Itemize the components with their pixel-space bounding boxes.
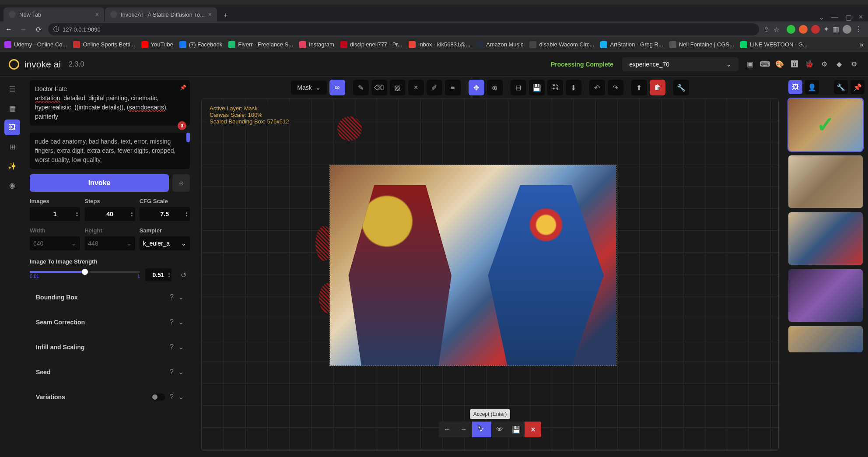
height-select[interactable]: 448⌄	[84, 236, 135, 250]
bookmark[interactable]: LINE WEBTOON - G...	[740, 41, 808, 48]
chevron-down-icon[interactable]: ⌄	[819, 13, 824, 21]
help-icon[interactable]: ?	[170, 393, 174, 401]
sidepanel-icon[interactable]: ▥	[833, 25, 839, 34]
help-icon[interactable]: ?	[170, 343, 174, 351]
gallery-thumbnail[interactable]	[788, 212, 863, 265]
back-button[interactable]: ←	[4, 24, 14, 35]
width-select[interactable]: 640⌄	[30, 236, 80, 250]
steps-input[interactable]	[84, 207, 135, 221]
scrollbar[interactable]	[186, 133, 190, 142]
model-selector[interactable]: experience_70 ⌄	[622, 57, 738, 71]
browser-tab[interactable]: InvokeAI - A Stable Diffusion To... ×	[105, 7, 217, 21]
gallery-settings-button[interactable]: 🔧	[834, 80, 848, 94]
share-icon[interactable]: ⇪	[763, 25, 769, 34]
upload-button[interactable]: ⬆	[631, 80, 647, 95]
gallery-thumbnail[interactable]: ✓	[788, 98, 863, 151]
gallery-thumbnail[interactable]	[788, 155, 863, 208]
profile-avatar-icon[interactable]	[843, 25, 851, 34]
negative-prompt[interactable]: nude bad anatomy, bad hands, text, error…	[30, 133, 190, 169]
download-button[interactable]: ⬇	[566, 80, 581, 95]
pencil-tool-button[interactable]: ✎	[353, 80, 369, 95]
site-info-icon[interactable]: ⓘ	[53, 25, 59, 33]
bookmark[interactable]: Udemy - Online Co...	[4, 41, 67, 48]
reset-button[interactable]: ↺	[177, 268, 190, 281]
bookmark[interactable]: discipleneil777 - Pr...	[340, 41, 402, 48]
address-bar[interactable]: ⓘ 127.0.0.1:9090	[48, 23, 759, 35]
eraser-tool-button[interactable]: ⌫	[371, 80, 387, 95]
copy-button[interactable]: ⿻	[547, 80, 563, 95]
help-icon[interactable]: ?	[170, 368, 174, 376]
rail-img2img[interactable]: ▦	[4, 100, 20, 116]
bookmark[interactable]: disable Wacom Circ...	[529, 41, 594, 48]
variations-toggle[interactable]	[151, 394, 165, 401]
minimize-icon[interactable]: —	[831, 13, 838, 21]
bookmark[interactable]: ArtStation - Greg R...	[600, 41, 663, 48]
positive-prompt[interactable]: 📌 Doctor Fate artstation, detailed, digi…	[30, 80, 190, 126]
prev-button[interactable]: ←	[439, 422, 455, 437]
canvas-settings-button[interactable]: 🔧	[673, 80, 689, 95]
stepper-icon[interactable]: ▲▼	[130, 211, 133, 217]
images-input[interactable]	[30, 207, 80, 221]
bookmark[interactable]: Online Sports Betti...	[73, 41, 135, 48]
menu-icon[interactable]: ⋮	[855, 25, 862, 34]
colorpicker-button[interactable]: ✐	[427, 80, 442, 95]
accordion-variations[interactable]: Variations ?⌄	[30, 387, 190, 406]
maximize-icon[interactable]: ▢	[845, 13, 852, 21]
bug-icon[interactable]: 🐞	[804, 59, 815, 70]
rail-training[interactable]: ◉	[4, 177, 20, 193]
bookmark[interactable]: Fiverr - Freelance S...	[228, 41, 293, 48]
palette-icon[interactable]: 🎨	[774, 59, 785, 70]
brush-tool-button[interactable]: ∞	[329, 80, 345, 95]
language-icon[interactable]: 🅰	[789, 59, 800, 70]
gallery-thumbnail[interactable]	[788, 269, 863, 322]
layer-select[interactable]: Mask⌄	[291, 81, 326, 95]
accept-button[interactable]: ✓	[472, 422, 491, 437]
bookmark[interactable]: Neil Fontaine | CGS...	[669, 41, 734, 48]
merge-button[interactable]: ⊟	[511, 80, 526, 95]
bookmark[interactable]: Instagram	[299, 41, 334, 48]
stepper-icon[interactable]: ▲▼	[168, 272, 171, 278]
stepper-icon[interactable]: ▲▼	[185, 211, 188, 217]
extensions-menu-icon[interactable]: ✦	[823, 25, 829, 34]
new-tab-button[interactable]: +	[220, 9, 232, 21]
sampler-select[interactable]: k_euler_a⌄	[140, 236, 190, 250]
rail-txt2img[interactable]: ☰	[4, 81, 20, 97]
tab-close-icon[interactable]: ×	[208, 11, 212, 18]
bookmark-star-icon[interactable]: ☆	[774, 25, 780, 34]
options-button[interactable]: ≡	[445, 80, 461, 95]
gallery-pin-button[interactable]: 📌	[850, 80, 864, 94]
save-button[interactable]: 💾	[529, 80, 545, 95]
bookmark[interactable]: YouTube	[141, 41, 173, 48]
bookmark[interactable]: (7) Facebook	[179, 41, 223, 48]
gallery-user-tab[interactable]: 👤	[805, 80, 819, 94]
extension-icon[interactable]	[787, 25, 795, 34]
accordion-seam-correction[interactable]: Seam Correction ?⌄	[30, 313, 190, 331]
gallery-thumbnail[interactable]	[788, 326, 863, 352]
browser-tab[interactable]: New Tab ×	[4, 7, 104, 21]
rail-postprocess[interactable]: ✨	[4, 158, 20, 174]
cube-icon[interactable]: ▣	[745, 59, 755, 70]
toggle-visibility-button[interactable]: 👁	[491, 422, 508, 437]
fill-tool-button[interactable]: ▨	[390, 80, 406, 95]
bookmark[interactable]: Inbox - klk56831@...	[409, 41, 470, 48]
tab-close-icon[interactable]: ×	[95, 11, 99, 18]
clear-canvas-button[interactable]: 🗑	[650, 80, 665, 95]
keyboard-icon[interactable]: ⌨	[760, 59, 770, 70]
save-staging-button[interactable]: 💾	[508, 422, 525, 437]
cancel-button[interactable]: ⊘	[172, 174, 190, 192]
stepper-icon[interactable]: ▲▼	[75, 211, 78, 217]
rail-canvas[interactable]: 🖼	[4, 120, 20, 135]
undo-button[interactable]: ↶	[589, 80, 605, 95]
settings-icon[interactable]: ⚙	[849, 59, 859, 70]
bookmarks-overflow-icon[interactable]: »	[860, 41, 864, 49]
extension-icon[interactable]	[799, 25, 808, 34]
discard-button[interactable]: ✕	[525, 422, 541, 437]
reload-button[interactable]: ⟳	[33, 24, 44, 35]
forward-button[interactable]: →	[18, 24, 29, 35]
canvas[interactable]: Active Layer: Mask Canvas Scale: 100% Sc…	[201, 98, 779, 451]
redo-button[interactable]: ↷	[608, 80, 623, 95]
rail-nodes[interactable]: ⊞	[4, 139, 20, 155]
help-icon[interactable]: ?	[170, 318, 174, 326]
pin-icon[interactable]: 📌	[180, 84, 186, 91]
move-tool-button[interactable]: ✥	[469, 80, 484, 95]
